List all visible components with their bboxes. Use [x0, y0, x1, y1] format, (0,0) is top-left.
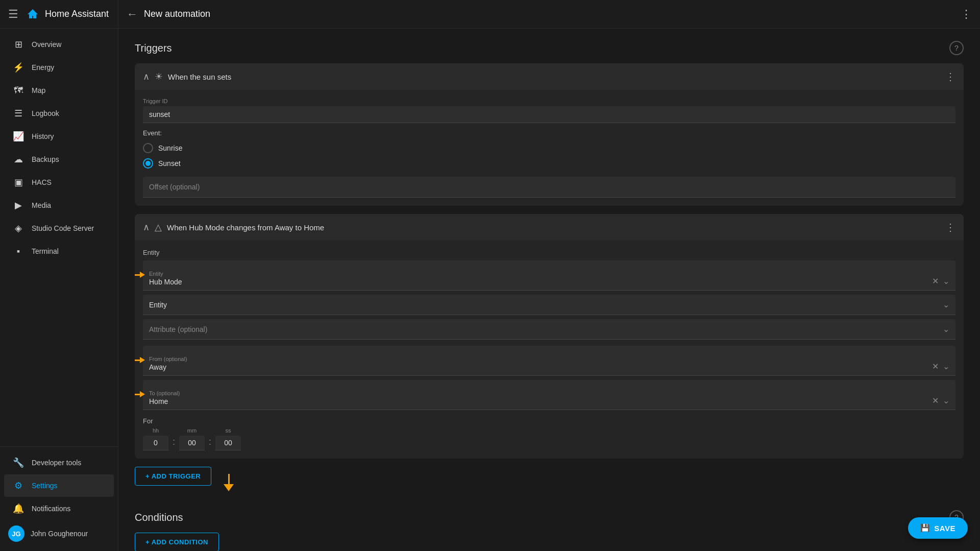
sidebar-item-terminal-label: Terminal — [32, 247, 59, 255]
main-area: ← New automation ⋮ Triggers ? ∧ ☀ When t… — [118, 0, 980, 551]
conditions-title: Conditions — [135, 512, 183, 523]
entity-2-chevron-icon[interactable]: ⌄ — [943, 300, 949, 309]
trigger-1-body: Trigger ID Event: Sunrise Sunset Offset … — [135, 90, 964, 206]
radio-sunset[interactable]: Sunset — [143, 158, 955, 169]
entity-clear-icon[interactable]: ✕ — [932, 276, 939, 286]
step-3-arrow-head — [140, 391, 145, 397]
save-label: SAVE — [934, 524, 955, 533]
sidebar-item-media[interactable]: ▶ Media — [4, 194, 114, 217]
to-sublabel: To (optional) — [149, 390, 932, 396]
sidebar-item-terminal[interactable]: ▪ Terminal — [4, 240, 114, 262]
step-1-arrow-line — [135, 274, 141, 276]
seconds-input[interactable] — [215, 436, 241, 450]
sidebar-item-energy[interactable]: ⚡ Energy — [4, 56, 114, 79]
seconds-label: ss — [226, 427, 231, 434]
radio-sunrise[interactable]: Sunrise — [143, 143, 955, 153]
trigger-id-field: Trigger ID — [143, 98, 955, 123]
sidebar-item-settings-label: Settings — [32, 482, 58, 490]
history-icon: 📈 — [12, 130, 24, 142]
trigger-2-more-icon[interactable]: ⋮ — [945, 221, 955, 233]
minutes-input[interactable] — [179, 436, 205, 450]
menu-icon[interactable]: ☰ — [8, 8, 18, 21]
sun-icon: ☀ — [155, 71, 163, 82]
hours-input[interactable] — [143, 436, 168, 450]
to-chevron-icon[interactable]: ⌄ — [943, 396, 949, 405]
trigger-2-collapse-icon[interactable]: ∧ — [143, 222, 150, 233]
sidebar-item-map[interactable]: 🗺 Map — [4, 79, 114, 102]
sidebar-item-studio-code-server[interactable]: ◈ Studio Code Server — [4, 217, 114, 239]
entity-hub-mode-value: Hub Mode — [149, 278, 932, 286]
attribute-chevron-icon[interactable]: ⌄ — [943, 324, 949, 334]
to-clear-icon[interactable]: ✕ — [932, 396, 939, 405]
app-title: Home Assistant — [45, 9, 109, 19]
entity-field-sublabel: Entity — [149, 271, 932, 277]
user-profile[interactable]: JG John Goughenour — [0, 520, 118, 547]
from-clear-icon[interactable]: ✕ — [932, 362, 939, 371]
trigger-1-more-icon[interactable]: ⋮ — [945, 70, 955, 83]
sunset-radio-circle[interactable] — [143, 158, 153, 169]
overview-icon: ⊞ — [12, 38, 24, 51]
entity-2-select[interactable]: Entity ⌄ — [143, 295, 955, 315]
step-2-arrow-line — [135, 360, 141, 361]
sidebar-item-media-label: Media — [32, 201, 51, 209]
attribute-value: Attribute (optional) — [149, 325, 943, 333]
down-arrow-head — [224, 484, 234, 491]
sunrise-radio-circle[interactable] — [143, 143, 153, 153]
trigger-1-title: When the sun sets — [168, 73, 940, 81]
for-row: hh : mm : ss — [143, 427, 955, 450]
sidebar-item-backups-label: Backups — [32, 155, 59, 163]
sidebar-item-settings[interactable]: ⚙ Settings — [4, 474, 114, 497]
developer-tools-icon: 🔧 — [12, 457, 24, 469]
sidebar-item-hacs[interactable]: ▣ HACS — [4, 171, 114, 194]
logbook-icon: ☰ — [12, 107, 24, 119]
back-button[interactable]: ← — [127, 8, 138, 21]
topbar: ← New automation ⋮ — [118, 0, 980, 29]
time-sep-1: : — [173, 437, 175, 450]
sidebar-item-developer-tools[interactable]: 🔧 Developer tools — [4, 451, 114, 474]
sidebar-item-backups[interactable]: ☁ Backups — [4, 148, 114, 171]
triggers-section-header: Triggers ? — [135, 41, 964, 55]
sidebar-item-history-label: History — [32, 132, 54, 140]
from-chevron-icon[interactable]: ⌄ — [943, 362, 949, 371]
trigger-id-label: Trigger ID — [143, 98, 955, 104]
trigger-card-2: ∧ △ When Hub Mode changes from Away to H… — [135, 214, 964, 459]
add-condition-button[interactable]: + ADD CONDITION — [135, 533, 219, 551]
to-select[interactable]: To (optional) Home ✕ ⌄ — [143, 380, 955, 410]
sidebar-item-history[interactable]: 📈 History — [4, 125, 114, 148]
notifications-label: Notifications — [32, 505, 70, 513]
sidebar-header: ☰ Home Assistant — [0, 0, 118, 29]
step-3-arrow-line — [135, 394, 141, 395]
trigger-id-input[interactable] — [143, 106, 955, 123]
entity-chevron-icon[interactable]: ⌄ — [943, 276, 949, 286]
from-sublabel: From (optional) — [149, 356, 932, 362]
sunset-label: Sunset — [158, 159, 181, 167]
notifications-icon: 🔔 — [12, 502, 24, 515]
save-button[interactable]: 💾 SAVE — [908, 517, 968, 539]
from-select[interactable]: From (optional) Away ✕ ⌄ — [143, 346, 955, 376]
entity-select-actions: ✕ ⌄ — [932, 276, 949, 286]
sidebar-item-overview[interactable]: ⊞ Overview — [4, 33, 114, 56]
map-icon: 🗺 — [12, 84, 24, 97]
avatar: JG — [8, 525, 24, 542]
attribute-select[interactable]: Attribute (optional) ⌄ — [143, 319, 955, 340]
hacs-icon: ▣ — [12, 176, 24, 188]
event-radio-group: Sunrise Sunset — [143, 143, 955, 169]
triggers-title: Triggers — [135, 42, 172, 54]
sidebar-item-logbook-label: Logbook — [32, 109, 59, 117]
for-hours-field: hh — [143, 427, 168, 450]
topbar-more-icon[interactable]: ⋮ — [961, 8, 972, 21]
triggers-help-icon[interactable]: ? — [949, 41, 964, 55]
add-trigger-button[interactable]: + ADD TRIGGER — [135, 467, 211, 486]
trigger-card-1: ∧ ☀ When the sun sets ⋮ Trigger ID Event… — [135, 63, 964, 206]
sidebar-item-notifications[interactable]: 🔔 Notifications — [4, 497, 114, 520]
step-2-arrow-head — [140, 357, 145, 363]
sidebar-item-studio-label: Studio Code Server — [32, 224, 94, 232]
trigger-1-collapse-icon[interactable]: ∧ — [143, 71, 150, 82]
down-arrow-annotation — [224, 474, 234, 491]
offset-field[interactable]: Offset (optional) — [143, 177, 955, 198]
entity-hub-mode-select[interactable]: Entity Hub Mode ✕ ⌄ — [143, 260, 955, 291]
sunrise-label: Sunrise — [158, 144, 182, 152]
trigger-card-2-header: ∧ △ When Hub Mode changes from Away to H… — [135, 214, 964, 241]
sidebar-item-logbook[interactable]: ☰ Logbook — [4, 102, 114, 125]
zone-icon: △ — [155, 222, 162, 233]
